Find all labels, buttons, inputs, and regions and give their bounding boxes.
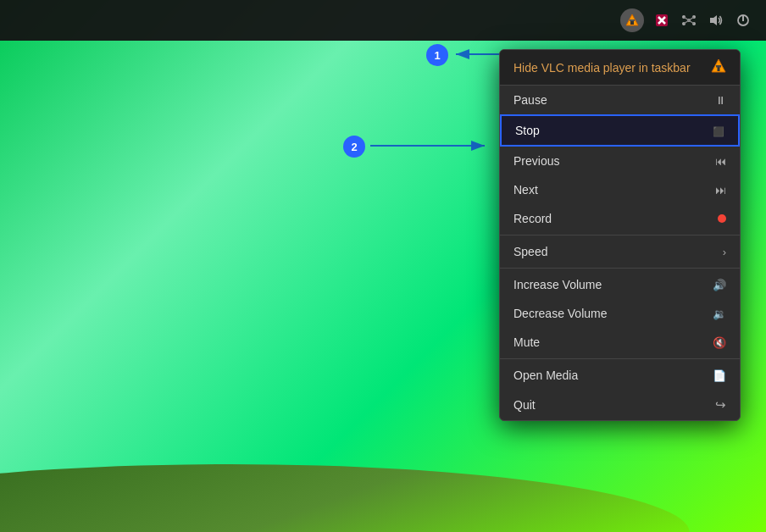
menu-item-mute[interactable]: Mute <box>500 328 740 357</box>
menu-item-decrease-volume[interactable]: Decrease Volume <box>500 299 740 328</box>
svg-rect-24 <box>716 65 721 68</box>
annotation-1: 1 <box>426 44 448 66</box>
taskbar <box>0 0 766 41</box>
mute-icon <box>709 336 726 349</box>
open-media-icon <box>709 369 726 382</box>
volume-down-icon <box>709 308 726 320</box>
next-icon <box>709 184 726 197</box>
menu-item-record[interactable]: Record <box>500 204 740 233</box>
menu-item-stop[interactable]: Stop <box>500 114 740 147</box>
vlc-cone-icon <box>709 58 726 76</box>
menu-item-open-media[interactable]: Open Media <box>500 361 740 390</box>
svg-rect-2 <box>630 19 635 21</box>
annotation-2: 2 <box>343 136 365 158</box>
svg-rect-23 <box>718 67 720 71</box>
menu-item-hide-vlc[interactable]: Hide VLC media player in taskbar <box>500 50 740 86</box>
context-menu: Hide VLC media player in taskbar Pause S… <box>499 49 741 421</box>
menu-item-speed[interactable]: Speed › <box>500 237 740 266</box>
menu-separator-3 <box>500 358 740 359</box>
arrow-2 <box>370 138 493 153</box>
menu-item-increase-volume[interactable]: Increase Volume <box>500 270 740 299</box>
svg-rect-1 <box>630 21 634 25</box>
svg-line-11 <box>684 17 689 20</box>
network-tray-icon[interactable] <box>680 11 698 30</box>
svg-line-13 <box>684 20 689 24</box>
svg-line-14 <box>689 20 694 24</box>
volume-up-icon <box>709 279 726 291</box>
svg-line-12 <box>689 17 694 20</box>
previous-icon <box>709 155 726 168</box>
menu-item-next[interactable]: Next <box>500 175 740 204</box>
volume-tray-icon[interactable] <box>707 11 725 30</box>
vlc-tray-icon[interactable] <box>620 8 644 32</box>
quit-icon <box>709 397 726 413</box>
stop-icon <box>708 125 724 137</box>
x-tray-icon[interactable] <box>652 11 671 30</box>
submenu-arrow-icon: › <box>709 246 726 258</box>
svg-marker-15 <box>710 15 717 25</box>
menu-item-quit[interactable]: Quit <box>500 390 740 420</box>
record-icon <box>709 213 726 225</box>
pause-icon <box>709 94 726 107</box>
menu-item-previous[interactable]: Previous <box>500 147 740 175</box>
power-tray-icon[interactable] <box>734 11 752 30</box>
menu-item-pause[interactable]: Pause <box>500 86 740 114</box>
menu-separator-1 <box>500 235 740 236</box>
menu-separator-2 <box>500 268 740 269</box>
